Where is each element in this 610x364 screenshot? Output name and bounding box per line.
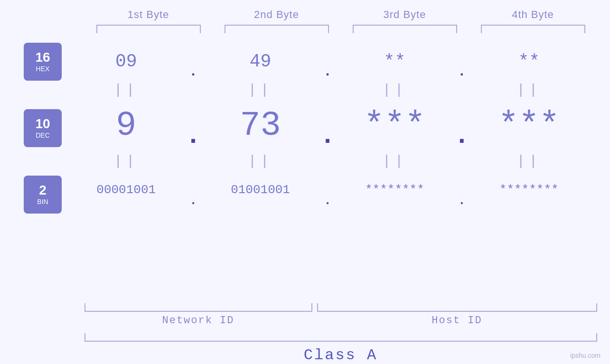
top-brackets [84, 25, 597, 33]
bin-number: 2 [39, 184, 47, 197]
bottom-area: Network ID Host ID Class A [84, 303, 597, 364]
byte-label-4: 4th Byte [481, 9, 585, 21]
bin-byte3: ******** [342, 184, 447, 196]
bin-byte2: 01001001 [208, 184, 313, 196]
parallel-2: || [208, 82, 313, 98]
hex-dot2: . [318, 65, 337, 81]
id-labels: Network ID Host ID [84, 315, 597, 327]
hex-badge: 16 HEX [24, 43, 62, 81]
hex-number: 16 [35, 51, 50, 64]
bin-byte1: 00001001 [74, 184, 178, 196]
bracket-top-1 [96, 25, 201, 33]
dec-value-row: 9 . 73 . *** . *** [71, 100, 584, 152]
bin-badge: 2 BIN [24, 176, 62, 214]
dec-dot1: . [184, 123, 203, 152]
bracket-top-2 [225, 25, 329, 33]
hex-byte1: 09 [74, 53, 178, 71]
bin-dot1: . [184, 195, 203, 209]
bracket-top-4 [481, 25, 585, 33]
dec-number: 10 [35, 117, 50, 131]
big-bracket-row [84, 333, 597, 342]
byte-label-2: 2nd Byte [225, 9, 329, 21]
class-label: Class A [84, 346, 597, 364]
left-labels: 16 HEX 10 DEC 2 BIN [0, 33, 71, 214]
hex-byte2: 49 [208, 53, 313, 71]
hex-name: HEX [36, 65, 50, 73]
content-grid: 09 . 49 . ** . ** || || || || 9 . [71, 33, 610, 209]
main-area: 16 HEX 10 DEC 2 BIN 09 . 49 . ** . ** [0, 33, 610, 303]
hex-dot1: . [184, 65, 203, 81]
main-container: 1st Byte 2nd Byte 3rd Byte 4th Byte 16 H… [0, 0, 610, 364]
dec-byte4: *** [477, 109, 581, 143]
hex-dot3: . [452, 65, 471, 81]
bin-value-row: 00001001 . 01001001 . ******** . *******… [71, 171, 584, 209]
parallel-1: || [74, 82, 178, 98]
dec-name: DEC [36, 131, 50, 139]
sep-row-2: || || || || [71, 152, 584, 171]
dec-byte1: 9 [74, 109, 178, 143]
byte-label-3: 3rd Byte [353, 9, 457, 21]
byte-labels-row: 1st Byte 2nd Byte 3rd Byte 4th Byte [84, 9, 597, 21]
dec-badge: 10 DEC [24, 109, 62, 147]
sep-row-1: || || || || [71, 81, 584, 100]
watermark: ipshu.com [570, 352, 601, 359]
parallel-3: || [342, 82, 447, 98]
parallel-6: || [208, 153, 313, 169]
byte-label-1: 1st Byte [96, 9, 201, 21]
bin-name: BIN [37, 198, 48, 205]
network-id-label: Network ID [84, 315, 312, 327]
parallel-7: || [342, 153, 447, 169]
hex-byte3: ** [342, 53, 447, 71]
hex-byte4: ** [477, 53, 581, 71]
parallel-4: || [477, 82, 581, 98]
bin-dot2: . [318, 195, 337, 209]
parallel-8: || [477, 153, 581, 169]
bracket-top-3 [353, 25, 457, 33]
dec-dot3: . [452, 123, 471, 152]
hex-value-row: 09 . 49 . ** . ** [71, 43, 584, 81]
bin-byte4: ******** [477, 184, 581, 196]
dec-dot2: . [318, 123, 337, 152]
parallel-5: || [74, 153, 178, 169]
host-id-label: Host ID [317, 315, 597, 327]
big-bracket-bottom [84, 333, 597, 342]
bin-dot3: . [452, 195, 471, 209]
dec-byte2: 73 [208, 109, 313, 143]
bracket-host [317, 303, 597, 312]
bracket-network [84, 303, 312, 312]
dec-byte3: *** [342, 109, 447, 143]
bottom-brackets [84, 303, 597, 312]
